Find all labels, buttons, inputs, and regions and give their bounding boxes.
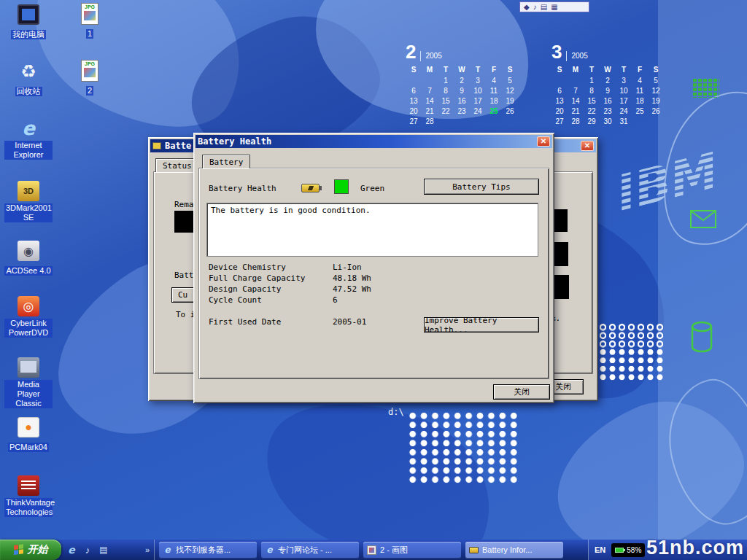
battery-percent-text: 58% — [627, 546, 641, 554]
calendar-day: 12 — [648, 87, 664, 96]
calendar-day: 30 — [600, 117, 616, 126]
info-label: Device Chemistry — [209, 262, 333, 273]
ie-icon — [265, 545, 274, 555]
dialog-title: Battery Health — [198, 136, 271, 147]
desktop-icon-label: CyberLink PowerDVD — [4, 319, 53, 338]
close-dialog-button[interactable]: 关闭 — [493, 384, 550, 400]
jpg-file-icon: JPG — [81, 60, 98, 82]
dot-pattern — [407, 411, 518, 484]
file-type-badge: JPG — [82, 61, 98, 66]
calendar-day: 14 — [422, 97, 438, 106]
calendar-day: 19 — [502, 97, 518, 106]
desktop-icon-thinkvantage[interactable]: ThinkVantage Technologies — [4, 475, 53, 518]
to-text: To i — [176, 310, 196, 319]
dot-pattern — [598, 348, 664, 381]
battery-indicator[interactable]: 58% — [611, 543, 645, 557]
show-desktop-quicklaunch-icon[interactable] — [98, 544, 109, 556]
file-icon-2[interactable]: JPG2 — [73, 60, 107, 96]
desktop-icon-pcmark04[interactable]: PCMark04 — [4, 417, 53, 453]
calendar-day: 2 — [600, 77, 616, 85]
calendar-day: 26 — [648, 107, 664, 116]
desktop-icon-powerdvd[interactable]: CyberLink PowerDVD — [4, 296, 53, 338]
desktop-icon-my-computer[interactable]: 我的电脑 — [4, 4, 53, 40]
close-button[interactable]: ✕ — [581, 141, 594, 151]
calendar-day: 11 — [632, 87, 648, 96]
calendar-day: 24 — [616, 107, 632, 116]
info-label: Cycle Count — [209, 295, 333, 306]
taskbar-task-button[interactable]: 2 - 画图 — [363, 542, 461, 559]
calendar-day-header: W — [454, 66, 470, 75]
task-label: Battery Infor... — [482, 545, 532, 554]
tab-battery[interactable]: Battery — [202, 155, 250, 168]
start-button[interactable]: 开始 — [0, 540, 61, 560]
desktop-icon-label: 3DMark2001 SE — [4, 203, 53, 222]
file-icon-label: 1 — [86, 29, 93, 39]
media-quicklaunch-icon[interactable] — [82, 544, 93, 556]
taskbar-task-button[interactable]: 找不到服务器... — [159, 542, 257, 559]
keyboard-icon[interactable]: ▦ — [551, 3, 557, 12]
ie-quicklaunch-icon[interactable] — [66, 544, 77, 556]
calendar-day: 6 — [551, 87, 568, 96]
health-status-swatch — [334, 179, 349, 194]
calendar-day: 3 — [616, 77, 632, 85]
battery-icon — [615, 548, 624, 553]
calendar-march: 3 2005 SMTWTFS12345678910111213141516171… — [551, 41, 667, 126]
calendar-day: 28 — [568, 117, 584, 126]
calendar-day: 20 — [406, 107, 422, 116]
calendar-day: 23 — [454, 107, 470, 116]
task-button-area: 找不到服务器...专门网论坛 - ...2 - 画图Battery Infor.… — [155, 542, 588, 559]
display-icon[interactable]: ▤ — [541, 3, 547, 12]
calendar-day — [568, 77, 584, 85]
desktop-icon-internet-explorer[interactable]: Internet Explorer — [4, 118, 53, 160]
battery-icon — [301, 184, 320, 192]
watermark: 51nb.com — [646, 537, 744, 559]
paint-icon — [367, 545, 376, 555]
quick-launch-bar: » — [61, 540, 155, 560]
dialog-titlebar[interactable]: Battery Health ✕ — [196, 135, 552, 148]
floating-toolbar[interactable]: ◆ ♪ ▤ ▦ — [519, 1, 589, 12]
quick-launch-chevron-icon[interactable]: » — [145, 545, 150, 554]
calendar-day: 14 — [568, 97, 584, 106]
taskbar-task-button[interactable]: 专门网论坛 - ... — [261, 542, 359, 559]
desktop-icon-acdsee[interactable]: ACDSee 4.0 — [4, 241, 53, 276]
calendar-day: 18 — [632, 97, 648, 106]
calendar-day: 16 — [600, 97, 616, 106]
desktop-icon-media-player-classic[interactable]: Media Player Classic — [4, 357, 53, 409]
improve-battery-health-button[interactable]: Improve Battery Health... — [424, 317, 539, 332]
calendar-day: 11 — [486, 87, 502, 96]
calendar-day — [648, 117, 664, 126]
language-indicator[interactable]: EN — [595, 545, 605, 554]
health-status-text: Green — [360, 184, 384, 193]
calendar-day: 1 — [584, 77, 600, 85]
calendar-day: 26 — [502, 107, 518, 116]
calendar-day: 5 — [648, 77, 664, 85]
volume-icon[interactable]: ♪ — [533, 3, 537, 12]
close-button[interactable]: ✕ — [537, 136, 550, 147]
recycle-bin-icon — [18, 61, 39, 82]
pcmark04-icon — [18, 417, 39, 438]
file-icon-1[interactable]: JPG1 — [73, 3, 107, 39]
task-label: 2 - 画图 — [380, 545, 408, 556]
calendar-year: 2005 — [420, 51, 441, 61]
desktop-icon-recycle-bin[interactable]: 回收站 — [4, 61, 53, 97]
battery-tips-button[interactable]: Battery Tips — [424, 179, 539, 195]
calendar-day: 25 — [486, 107, 502, 116]
desktop-icon-3dmark2001[interactable]: 3DMark2001 SE — [4, 181, 53, 223]
info-value: 2005-01 — [333, 317, 366, 328]
tab-status[interactable]: Status — [155, 158, 199, 172]
calendar-day-header: T — [438, 66, 454, 75]
windows-logo-icon — [14, 544, 24, 556]
calendar-day — [632, 117, 648, 126]
mail-icon — [690, 210, 716, 228]
battery-app-icon — [152, 142, 161, 149]
calendar-day: 18 — [486, 97, 502, 106]
calendar-day-header: S — [551, 66, 568, 75]
calendar-day-header: T — [616, 66, 632, 75]
calendar-day: 17 — [616, 97, 632, 106]
calendar-day: 7 — [568, 87, 584, 96]
taskbar-task-button[interactable]: Battery Infor... — [465, 542, 563, 559]
calendar-day-header: T — [584, 66, 600, 75]
start-label: 开始 — [28, 543, 48, 556]
battery-health-dialog[interactable]: Battery Health ✕ Battery Battery Health … — [193, 133, 554, 403]
calendar-day: 24 — [470, 107, 486, 116]
